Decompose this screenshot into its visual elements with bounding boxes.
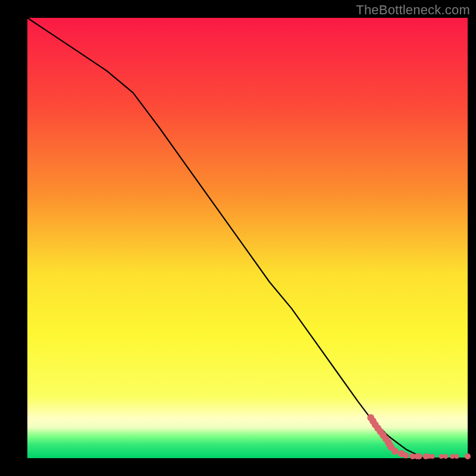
data-point bbox=[450, 454, 455, 459]
data-point bbox=[416, 453, 422, 459]
chart-container: TheBottleneck.com bbox=[0, 0, 476, 476]
data-point bbox=[430, 454, 435, 459]
data-point bbox=[439, 454, 444, 459]
chart-svg bbox=[0, 0, 476, 476]
plot-background bbox=[27, 18, 468, 458]
data-point bbox=[403, 453, 409, 459]
data-point bbox=[455, 454, 459, 459]
data-point bbox=[392, 447, 399, 455]
data-point bbox=[465, 453, 471, 459]
data-point bbox=[443, 454, 448, 459]
